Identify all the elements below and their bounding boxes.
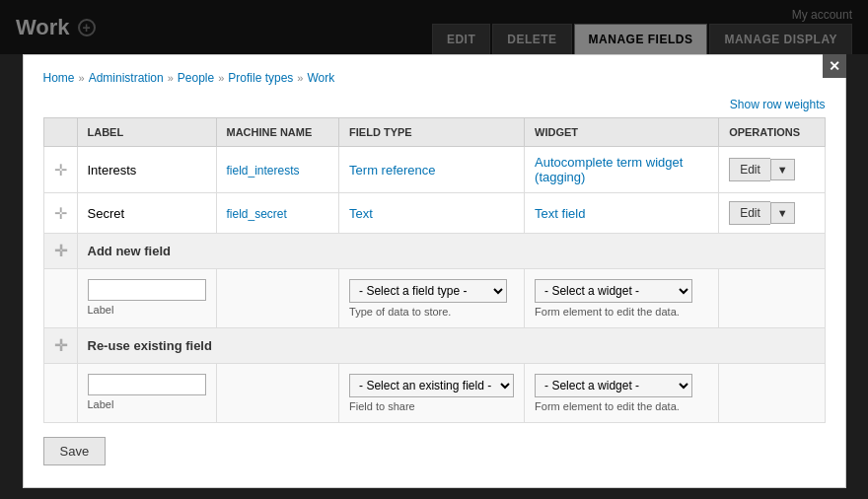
widget-link-interests[interactable]: Autocomplete term widget (tagging) xyxy=(535,155,683,184)
add-field-machine-cell xyxy=(216,269,339,328)
modal-content: ✕ Home » Administration » People » Profi… xyxy=(23,54,846,488)
reuse-field-header-row: ✛ Re-use existing field xyxy=(43,328,825,364)
machine-name-secret: field_secret xyxy=(227,207,287,221)
reuse-field-widget-hint: Form element to edit the data. xyxy=(535,400,708,412)
breadcrumb-administration[interactable]: Administration xyxy=(89,71,164,85)
add-field-label-input[interactable] xyxy=(88,279,206,301)
reuse-existing-field-row: Label - Select an existing field - Field… xyxy=(43,364,825,423)
th-machine-name: MACHINE NAME xyxy=(216,118,339,147)
sep4: » xyxy=(297,72,303,84)
reuse-existing-select-cell: - Select an existing field - Field to sh… xyxy=(339,364,525,423)
add-field-label-cell: Label xyxy=(77,269,216,328)
reuse-field-machine-cell xyxy=(216,364,339,423)
modal-overlay: ✕ Home » Administration » People » Profi… xyxy=(0,0,868,499)
drag-handle-secret[interactable]: ✛ xyxy=(54,205,67,222)
ops-cell-secret: Edit ▼ xyxy=(719,193,825,234)
th-drag xyxy=(43,118,77,147)
drag-cell-secret[interactable]: ✛ xyxy=(43,193,77,234)
fields-table: LABEL MACHINE NAME FIELD TYPE WIDGET OPE… xyxy=(43,117,826,423)
show-row-weights-link[interactable]: Show row weights xyxy=(730,98,826,111)
field-type-link-secret[interactable]: Text xyxy=(349,206,373,221)
label-cell-secret: Secret xyxy=(77,193,216,234)
add-field-drag-cell xyxy=(43,269,77,328)
close-button[interactable]: ✕ xyxy=(823,54,846,78)
table-header-row: LABEL MACHINE NAME FIELD TYPE WIDGET OPE… xyxy=(43,118,825,147)
label-cell-interests: Interests xyxy=(77,147,216,193)
reuse-field-ops-cell xyxy=(719,364,825,423)
add-field-type-select[interactable]: - Select a field type - xyxy=(349,279,507,303)
reuse-field-label-input[interactable] xyxy=(88,374,206,395)
reuse-field-widget-select[interactable]: - Select a widget - xyxy=(535,374,692,397)
machine-name-interests: field_interests xyxy=(227,164,300,178)
breadcrumb-profile-types[interactable]: Profile types xyxy=(228,71,293,85)
add-field-widget-select[interactable]: - Select a widget - xyxy=(535,279,692,303)
edit-btn-group-interests: Edit ▼ xyxy=(729,158,814,181)
sep3: » xyxy=(218,72,224,84)
add-field-type-hint: Type of data to store. xyxy=(349,306,514,318)
edit-button-secret[interactable]: Edit xyxy=(729,201,770,225)
edit-dropdown-interests[interactable]: ▼ xyxy=(770,159,795,180)
drag-cell-interests[interactable]: ✛ xyxy=(43,147,77,193)
add-field-ops-cell xyxy=(719,269,825,328)
machine-name-cell-secret: field_secret xyxy=(216,193,339,234)
add-new-field-header-row: ✛ Add new field xyxy=(43,234,825,269)
reuse-existing-field-select[interactable]: - Select an existing field - xyxy=(349,374,514,397)
add-new-field-label: Add new field xyxy=(77,234,825,269)
reuse-drag-cell[interactable]: ✛ xyxy=(43,328,77,364)
add-field-type-cell: - Select a field type - Type of data to … xyxy=(339,269,525,328)
ops-cell-interests: Edit ▼ xyxy=(719,147,825,193)
table-row: ✛ Interests field_interests Term referen… xyxy=(43,147,825,193)
table-row: ✛ Secret field_secret Text Text field Ed… xyxy=(43,193,825,234)
field-type-cell-interests: Term reference xyxy=(339,147,525,193)
breadcrumb-home[interactable]: Home xyxy=(43,71,75,85)
field-type-cell-secret: Text xyxy=(339,193,525,234)
reuse-existing-field-label: Re-use existing field xyxy=(77,328,825,364)
widget-link-secret[interactable]: Text field xyxy=(535,206,585,221)
drag-handle-reuse[interactable]: ✛ xyxy=(54,337,67,354)
reuse-field-widget-cell: - Select a widget - Form element to edit… xyxy=(525,364,719,423)
reuse-field-label-hint: Label xyxy=(88,398,206,410)
add-field-widget-cell: - Select a widget - Form element to edit… xyxy=(525,269,719,328)
th-field-type: FIELD TYPE xyxy=(339,118,525,147)
add-new-field-row: Label - Select a field type - Type of da… xyxy=(43,269,825,328)
edit-button-interests[interactable]: Edit xyxy=(729,158,770,181)
add-drag-cell[interactable]: ✛ xyxy=(43,234,77,269)
save-button[interactable]: Save xyxy=(43,437,107,465)
add-field-widget-hint: Form element to edit the data. xyxy=(535,306,708,318)
sep2: » xyxy=(168,72,174,84)
drag-handle-interests[interactable]: ✛ xyxy=(54,162,67,178)
th-label: LABEL xyxy=(77,118,216,147)
reuse-existing-field-hint: Field to share xyxy=(349,400,514,412)
add-field-label-hint: Label xyxy=(88,304,206,316)
widget-cell-secret: Text field xyxy=(525,193,719,234)
breadcrumb-work[interactable]: Work xyxy=(307,71,334,85)
edit-dropdown-secret[interactable]: ▼ xyxy=(770,202,795,224)
edit-btn-group-secret: Edit ▼ xyxy=(729,201,814,225)
breadcrumb: Home » Administration » People » Profile… xyxy=(43,71,826,85)
row-weights-container: Show row weights xyxy=(43,97,826,111)
th-widget: WIDGET xyxy=(525,118,719,147)
sep1: » xyxy=(79,72,85,84)
machine-name-cell-interests: field_interests xyxy=(216,147,339,193)
drag-handle-add[interactable]: ✛ xyxy=(54,243,67,259)
widget-cell-interests: Autocomplete term widget (tagging) xyxy=(525,147,719,193)
field-type-link-interests[interactable]: Term reference xyxy=(349,163,435,178)
breadcrumb-people[interactable]: People xyxy=(178,71,214,85)
th-operations: OPERATIONS xyxy=(719,118,825,147)
reuse-field-drag-cell xyxy=(43,364,77,423)
reuse-field-label-cell: Label xyxy=(77,364,216,423)
